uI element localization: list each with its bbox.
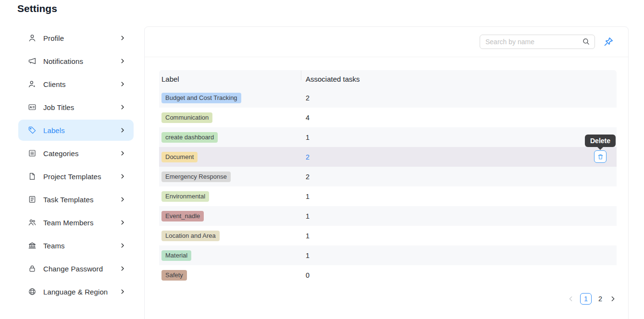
label-badge: Communication [161, 112, 212, 123]
user-star-icon [28, 80, 37, 88]
list-box-icon [28, 149, 37, 158]
associated-tasks-count: 1 [306, 134, 310, 141]
chevron-right-icon [119, 58, 126, 64]
sidebar-item-job-titles[interactable]: Job Titles [18, 96, 134, 119]
sidebar-item-label: Clients [43, 80, 119, 88]
chevron-right-icon [119, 173, 126, 180]
sidebar-item-label: Categories [43, 149, 119, 158]
sidebar-item-notifications[interactable]: Notifications [18, 49, 134, 73]
label-badge: Document [161, 152, 198, 162]
table-row[interactable]: Location and Area 1 [159, 226, 617, 245]
chevron-right-icon [119, 127, 126, 134]
sidebar-item-task-templates[interactable]: Task Templates [18, 188, 134, 211]
sidebar-item-label: Project Templates [43, 172, 119, 181]
sidebar-item-language-region[interactable]: Language & Region [18, 280, 134, 303]
lock-icon [28, 264, 37, 273]
trash-icon [597, 153, 604, 160]
sidebar-item-profile[interactable]: Profile [18, 26, 134, 49]
table-row[interactable]: Communication 4 [159, 108, 617, 127]
search-wrap [480, 35, 595, 49]
table-row[interactable]: Budget and Cost Tracking 2 [159, 88, 617, 108]
associated-tasks-count: 1 [306, 252, 310, 259]
table-row-hovered[interactable]: Document 2 Delete [159, 147, 617, 167]
table-row[interactable]: Event_nadle 1 [159, 206, 617, 226]
row-actions: Delete [594, 150, 607, 163]
table-row[interactable]: Safety 0 [159, 265, 617, 285]
label-badge: Safety [161, 270, 187, 281]
table-row[interactable]: create dashboard 1 [159, 127, 617, 147]
associated-tasks-count: 4 [306, 114, 310, 122]
chevron-right-icon [119, 150, 126, 157]
page-title: Settings [17, 3, 57, 14]
sidebar-item-team-members[interactable]: Team Members [18, 211, 134, 234]
table-row[interactable]: Environmental 1 [159, 186, 617, 206]
chevron-right-icon [119, 104, 126, 110]
chevron-right-icon [119, 265, 126, 272]
sidebar-item-teams[interactable]: Teams [18, 234, 134, 257]
chevron-right-icon [119, 219, 126, 226]
sidebar-item-label: Profile [43, 34, 119, 42]
chevron-right-icon [119, 288, 126, 295]
task-list-icon [28, 195, 37, 204]
associated-tasks-count: 2 [306, 94, 310, 102]
chevron-right-icon [119, 196, 126, 203]
associated-tasks-count-link[interactable]: 2 [306, 153, 310, 161]
sidebar-item-clients[interactable]: Clients [18, 73, 134, 96]
pagination: 1 2 [145, 285, 628, 305]
megaphone-icon [28, 57, 37, 65]
pin-icon[interactable] [603, 37, 614, 47]
id-card-icon [28, 103, 37, 111]
sidebar-item-label: Notifications [43, 57, 119, 65]
sidebar-item-labels[interactable]: Labels [18, 120, 134, 141]
column-header-label: Label [159, 75, 301, 83]
users-icon [28, 218, 37, 227]
pagination-page-2[interactable]: 2 [597, 295, 604, 303]
label-badge: Location and Area [161, 231, 220, 241]
sidebar-item-label: Task Templates [43, 196, 119, 204]
globe-icon [28, 287, 37, 296]
chevron-right-icon [119, 35, 126, 41]
settings-sidebar: Profile Notifications Clients Job Titles… [18, 26, 134, 303]
label-badge: Material [161, 250, 191, 261]
associated-tasks-count: 0 [306, 271, 310, 279]
table-row[interactable]: Emergency Response 2 [159, 167, 617, 186]
chevron-right-icon [119, 242, 126, 249]
sidebar-item-label: Teams [43, 242, 119, 250]
search-input[interactable] [480, 35, 595, 49]
pagination-prev-icon[interactable] [567, 295, 575, 303]
column-header-associated-tasks: Associated tasks [301, 75, 617, 83]
associated-tasks-count: 1 [306, 212, 310, 220]
table-header-row: Label Associated tasks [159, 70, 617, 88]
sidebar-item-label: Team Members [43, 219, 119, 227]
label-badge: Emergency Response [161, 172, 231, 182]
labels-panel: Label Associated tasks Budget and Cost T… [144, 26, 629, 319]
panel-toolbar [145, 27, 628, 57]
file-icon [28, 172, 37, 181]
chevron-right-icon [119, 81, 126, 87]
label-badge: Budget and Cost Tracking [161, 93, 241, 103]
delete-tooltip: Delete [585, 135, 616, 147]
associated-tasks-count: 1 [306, 193, 310, 200]
sidebar-item-label: Language & Region [43, 288, 119, 296]
search-icon[interactable] [582, 37, 590, 46]
labels-table: Label Associated tasks Budget and Cost T… [145, 57, 628, 285]
sidebar-item-label: Labels [43, 126, 119, 135]
label-badge: Environmental [161, 191, 209, 202]
sidebar-item-label: Change Password [43, 265, 119, 273]
associated-tasks-count: 1 [306, 232, 310, 240]
sidebar-item-label: Job Titles [43, 103, 119, 111]
sidebar-item-change-password[interactable]: Change Password [18, 257, 134, 280]
associated-tasks-count: 2 [306, 173, 310, 181]
label-badge: Event_nadle [161, 211, 204, 221]
sidebar-item-categories[interactable]: Categories [18, 142, 134, 165]
sidebar-item-project-templates[interactable]: Project Templates [18, 165, 134, 188]
bank-icon [28, 241, 37, 250]
pagination-next-icon[interactable] [609, 295, 617, 303]
table-row[interactable]: Material 1 [159, 245, 617, 265]
tag-icon [28, 126, 37, 135]
user-icon [28, 34, 37, 42]
pagination-page-1[interactable]: 1 [580, 293, 592, 305]
label-badge: create dashboard [161, 132, 218, 143]
